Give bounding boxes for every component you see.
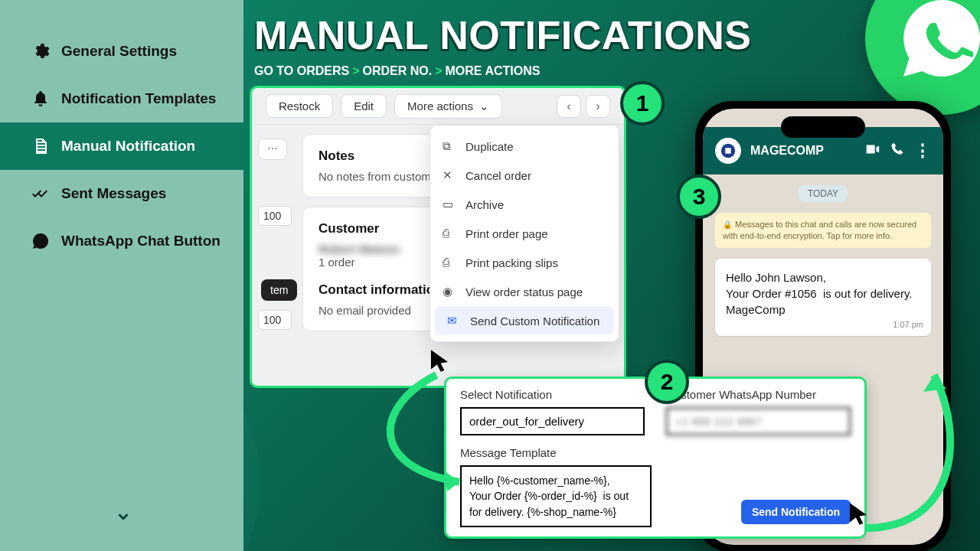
- cursor-icon: [425, 347, 454, 377]
- video-call-icon[interactable]: [864, 141, 880, 161]
- breadcrumb: GO TO ORDERS>ORDER NO.>MORE ACTIONS: [254, 64, 540, 78]
- nav-label: Sent Messages: [61, 185, 166, 202]
- more-icon[interactable]: ···: [258, 139, 287, 160]
- whatsapp-logo-corner: [865, 0, 980, 115]
- more-icon[interactable]: ⋮: [914, 141, 931, 161]
- double-check-icon: [31, 184, 51, 204]
- dropdown-cancel-order[interactable]: ✕Cancel order: [430, 161, 619, 190]
- phone-notch: [781, 116, 865, 138]
- contact-avatar: [715, 138, 741, 164]
- contact-name: MAGECOMP: [750, 144, 854, 158]
- chat-message: Hello John Lawson, Your Order #1056 is o…: [715, 259, 931, 336]
- step-badge-1: 1: [620, 81, 665, 126]
- chat-message-text: Hello John Lawson, Your Order #1056 is o…: [726, 269, 920, 318]
- nav-manual-notification[interactable]: Manual Notification: [0, 122, 243, 170]
- nav-label: Notification Templates: [61, 90, 216, 107]
- step-badge-3: 3: [677, 174, 721, 219]
- nav-general-settings[interactable]: General Settings: [0, 28, 243, 75]
- cursor-icon: [844, 500, 873, 530]
- archive-icon: ▭: [443, 197, 456, 211]
- nav-label: General Settings: [61, 43, 177, 60]
- cancel-icon: ✕: [443, 168, 456, 182]
- dropdown-print-order[interactable]: ⎙Print order page: [430, 219, 619, 248]
- eye-icon: ◉: [443, 285, 456, 298]
- edit-button[interactable]: Edit: [341, 94, 387, 118]
- duplicate-icon: ⧉: [443, 139, 456, 153]
- nav-whatsapp-chat-button[interactable]: WhatsApp Chat Button: [0, 217, 243, 265]
- nav-sent-messages[interactable]: Sent Messages: [0, 170, 243, 217]
- prev-order-button[interactable]: ‹: [557, 95, 581, 118]
- restock-button[interactable]: Restock: [266, 94, 333, 118]
- bell-icon: [31, 89, 51, 109]
- qty-badge: 100: [258, 206, 292, 226]
- print-icon: ⎙: [443, 227, 456, 240]
- more-actions-dropdown: ⧉Duplicate ✕Cancel order ▭Archive ⎙Print…: [430, 125, 619, 342]
- dropdown-print-packing[interactable]: ⎙Print packing slips: [430, 248, 619, 277]
- notify-icon: ✉: [447, 314, 461, 328]
- chevron-down-icon[interactable]: [115, 508, 132, 528]
- nav-label: Manual Notification: [61, 138, 195, 155]
- whatsapp-number-input[interactable]: +1 888 222 4887: [666, 407, 851, 435]
- next-order-button[interactable]: ›: [586, 95, 610, 118]
- print-icon: ⎙: [443, 256, 456, 269]
- whatsapp-icon: [31, 231, 51, 251]
- encryption-banner[interactable]: Messages to this chat and calls are now …: [715, 213, 931, 248]
- dropdown-duplicate[interactable]: ⧉Duplicate: [430, 132, 619, 161]
- document-icon: [31, 136, 51, 156]
- order-admin-panel: Restock Edit More actions ⌄ ‹ › ··· 100 …: [250, 86, 626, 388]
- dropdown-send-custom-notification[interactable]: ✉Send Custom Notification: [435, 306, 614, 335]
- sidebar: General Settings Notification Templates …: [0, 0, 243, 551]
- svg-marker-0: [444, 471, 459, 491]
- nav-notification-templates[interactable]: Notification Templates: [0, 75, 243, 122]
- voice-call-icon[interactable]: [890, 142, 905, 160]
- page-title: MANUAL NOTIFICATIONS: [254, 12, 751, 58]
- today-chip: TODAY: [799, 185, 848, 202]
- dropdown-archive[interactable]: ▭Archive: [430, 190, 619, 219]
- send-notification-button[interactable]: Send Notification: [741, 500, 851, 524]
- chat-message-time: 1:07 pm: [893, 319, 923, 331]
- more-actions-button[interactable]: More actions ⌄: [394, 94, 502, 119]
- whatsapp-number-label: Customer WhatsApp Number: [666, 388, 851, 401]
- nav-label: WhatsApp Chat Button: [61, 233, 220, 249]
- step-badge-2: 2: [645, 360, 689, 404]
- chevron-down-icon: ⌄: [479, 99, 489, 112]
- dropdown-view-status[interactable]: ◉View order status page: [430, 277, 619, 306]
- gear-icon: [31, 41, 51, 61]
- item-chip: tem: [261, 279, 297, 301]
- qty-badge: 100: [258, 310, 292, 330]
